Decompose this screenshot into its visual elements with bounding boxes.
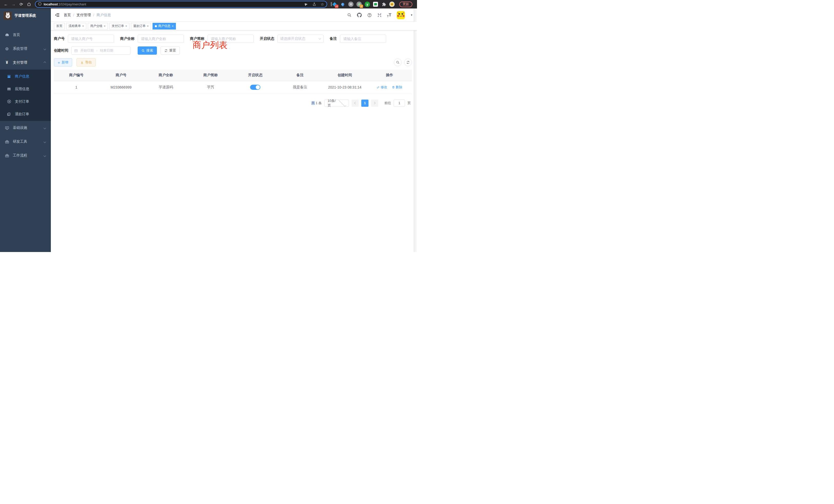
browser-menu-icon[interactable]: ⋮ (415, 2, 417, 7)
page-size-select[interactable]: 10条/页 (324, 99, 349, 107)
header-actions: TT ▼ (347, 11, 413, 19)
close-icon[interactable]: × (172, 24, 174, 28)
header-search-icon[interactable] (347, 13, 352, 17)
pagination-total: 共 1 条 (311, 101, 322, 106)
app-logo-row[interactable]: 芋道管理系统 (0, 8, 51, 23)
tab-process-form[interactable]: 流程表单× (66, 23, 86, 29)
search-button[interactable]: 搜索 (138, 46, 157, 55)
sidebar-item-dev-tools[interactable]: 研发工具 (0, 135, 51, 148)
refresh-table-button[interactable] (404, 59, 412, 66)
prev-page-button[interactable] (352, 99, 359, 107)
reload-icon[interactable]: ⟳ (18, 1, 25, 8)
document-icon (7, 112, 11, 116)
share-icon[interactable] (312, 2, 316, 6)
end-date-placeholder: 结束日期 (100, 48, 113, 53)
page-unit-label: 页 (408, 101, 411, 106)
home-icon[interactable] (26, 1, 32, 8)
tab-home[interactable]: 首页 (54, 23, 65, 29)
delete-link[interactable]: 删除 (392, 85, 402, 90)
sidebar-item-label: 商户信息 (15, 74, 29, 79)
sidebar-menu: 首页 ⚙ 系统管理 ¥ 支付管理 商户信 (0, 28, 51, 162)
browser-update-button[interactable]: 更新 (399, 2, 412, 7)
tab-label: 首页 (56, 24, 62, 28)
app-logo-image (4, 12, 12, 20)
status-select[interactable]: 请选择开启状态 (277, 35, 324, 43)
sidebar-item-pay-orders[interactable]: 支付订单 (0, 95, 51, 108)
font-size-icon[interactable]: TT (387, 13, 392, 18)
command-extension-icon[interactable]: ⌘ (348, 2, 354, 7)
site-info-icon[interactable] (38, 2, 42, 7)
sidebar-item-system[interactable]: ⚙ 系统管理 (0, 42, 51, 56)
help-icon[interactable] (367, 13, 372, 18)
close-icon[interactable]: × (104, 24, 106, 28)
page-1-button[interactable]: 1 (361, 99, 369, 107)
sidebar-item-payment[interactable]: ¥ 支付管理 (0, 56, 51, 70)
wallet-extension-icon[interactable]: 10 (332, 2, 337, 7)
breadcrumb-payment[interactable]: 支付管理 (76, 13, 91, 18)
sidebar-item-label: 首页 (13, 32, 46, 37)
table-row: 1 M233666999 芋道源码 芋艿 我是备注 2021-10-23 08:… (54, 81, 412, 94)
address-bar[interactable]: localhost:1024/pay/merchant ☆ (35, 1, 327, 8)
sidebar-item-label: 支付管理 (13, 60, 40, 65)
merchant-no-input[interactable] (68, 35, 114, 43)
export-button[interactable]: 导出 (76, 58, 96, 66)
close-icon[interactable]: × (147, 24, 149, 28)
breadcrumb-current: 商户信息 (96, 13, 111, 18)
tab-user-group[interactable]: 用户分组× (88, 23, 108, 29)
sidebar-item-workflow[interactable]: 工作流程 (0, 148, 51, 162)
create-time-range-picker[interactable]: 开始日期 - 结束日期 (71, 46, 130, 55)
extension-tray: 10 ⌘ 1 y (332, 2, 395, 7)
tab-refund-orders[interactable]: 退款订单× (131, 23, 151, 29)
strip-shape (331, 2, 332, 6)
fullscreen-icon[interactable] (377, 13, 382, 18)
back-icon[interactable]: ← (3, 1, 9, 8)
url-text[interactable]: localhost:1024/pay/merchant (44, 3, 300, 6)
sidebar-item-app-info[interactable]: 应用信息 (0, 83, 51, 95)
y-glyph: y (365, 2, 370, 7)
sidebar-item-label: 研发工具 (13, 139, 40, 144)
status-toggle[interactable] (250, 85, 260, 90)
avatar-caret-icon[interactable]: ▼ (410, 14, 413, 17)
edit-link[interactable]: 修改 (377, 85, 387, 90)
password-key-icon[interactable] (304, 2, 308, 6)
chat-extension-icon[interactable] (373, 2, 378, 7)
filter-create-time: 创建时间 开始日期 - 结束日期 (54, 46, 130, 55)
col-status: 开启状态 (233, 70, 278, 81)
user-avatar[interactable] (397, 11, 405, 19)
bookmark-star-icon[interactable]: ☆ (321, 2, 324, 7)
sidebar-item-label: 基础设施 (13, 125, 40, 130)
sidebar-item-merchant-info[interactable]: 商户信息 (0, 70, 51, 83)
close-icon[interactable]: × (125, 24, 127, 28)
y-extension-icon[interactable]: y (365, 2, 370, 7)
extensions-puzzle-icon[interactable] (381, 2, 387, 7)
toggle-search-button[interactable] (394, 59, 401, 66)
breadcrumb-separator: / (73, 13, 74, 17)
sidebar-item-home[interactable]: 首页 (0, 28, 51, 42)
proxy-extension-icon[interactable]: 1 (356, 2, 362, 7)
sidebar-item-infrastructure[interactable]: 基础设施 (0, 121, 51, 135)
emoji-extension-icon[interactable] (389, 2, 395, 7)
full-name-input[interactable] (138, 35, 184, 43)
tab-merchant-info[interactable]: 商户信息× (153, 23, 176, 29)
close-icon[interactable]: × (82, 24, 84, 28)
briefcase-icon (5, 154, 9, 158)
forward-icon[interactable]: → (10, 1, 17, 8)
reset-button[interactable]: 重置 (160, 46, 180, 55)
sidebar-item-refund-orders[interactable]: 退款订单 (0, 108, 51, 120)
col-short-name: 商户简称 (188, 70, 233, 81)
cell-merchant-no: M233666999 (98, 81, 143, 94)
sidebar-fold-icon[interactable] (51, 8, 64, 22)
add-button[interactable]: + 新增 (54, 58, 72, 66)
github-icon[interactable] (357, 13, 362, 18)
table-toolbar: + 新增 导出 (54, 58, 412, 66)
tab-pay-orders[interactable]: 支付订单× (109, 23, 129, 29)
page-scrollbar[interactable] (414, 8, 417, 252)
breadcrumb-home[interactable]: 首页 (64, 13, 71, 18)
remark-input[interactable] (340, 35, 386, 43)
goto-page-input[interactable] (394, 99, 405, 107)
pin-extension-icon[interactable] (340, 2, 345, 7)
next-page-button[interactable] (371, 99, 378, 107)
short-name-input[interactable] (207, 35, 254, 43)
merchant-table: 商户编号 商户号 商户全称 商户简称 开启状态 备注 创建时间 操作 1 (54, 70, 412, 94)
refresh-icon (406, 61, 410, 64)
